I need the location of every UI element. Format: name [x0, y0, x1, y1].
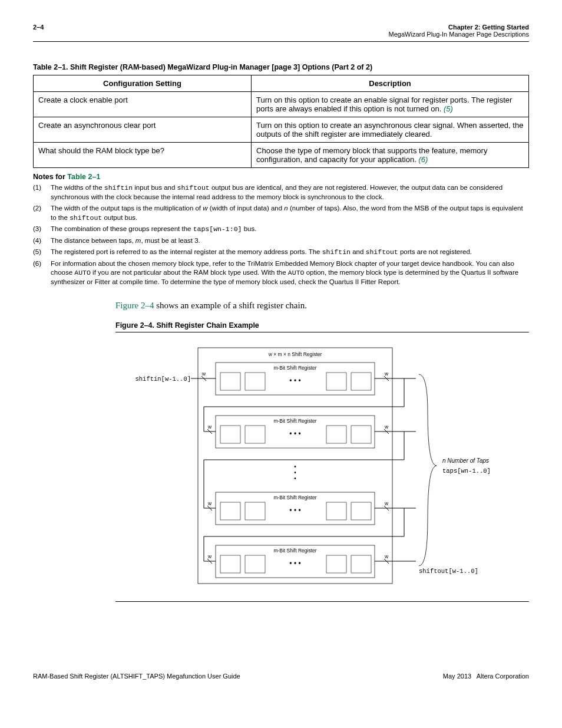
- svg-rect-61: [351, 555, 371, 573]
- page-header: 2–4 Chapter 2: Getting Started MegaWizar…: [33, 24, 529, 38]
- svg-text:w: w: [384, 424, 389, 430]
- setting-cell: Create an asynchronous clear port: [34, 117, 252, 143]
- note-item: For information about the chosen memory …: [33, 259, 529, 287]
- header-subtitle: MegaWizard Plug-In Manager Page Descript…: [389, 31, 529, 38]
- svg-rect-42: [245, 502, 265, 520]
- svg-text:m-Bit Shift Register: m-Bit Shift Register: [273, 365, 316, 371]
- table-row: Create a clock enable port Turn on this …: [34, 92, 529, 117]
- svg-rect-57: [220, 555, 240, 573]
- page-number: 2–4: [33, 24, 44, 31]
- svg-text:w: w: [384, 554, 389, 559]
- svg-text:•: •: [294, 475, 296, 482]
- fig-ntaps-label: n Number of Taps: [442, 457, 489, 464]
- svg-text:•  •  •: • • •: [289, 430, 300, 438]
- table-ref-link[interactable]: Table 2–1: [67, 173, 100, 181]
- desc-cell: Choose the type of memory block that sup…: [252, 143, 529, 168]
- svg-text:w: w: [207, 424, 212, 430]
- svg-text:w: w: [207, 500, 212, 506]
- setting-cell: What should the RAM block type be?: [34, 143, 252, 168]
- svg-rect-23: [245, 426, 265, 443]
- svg-rect-7: [245, 373, 265, 390]
- svg-rect-44: [326, 502, 346, 520]
- figure-top-rule: [115, 332, 529, 332]
- svg-text:•  •  •: • • •: [289, 506, 300, 515]
- svg-rect-22: [220, 426, 240, 443]
- svg-text:•  •  •: • • •: [289, 377, 300, 385]
- svg-rect-58: [245, 555, 265, 573]
- fig-top-label: w × m × n Shift Register: [268, 351, 322, 357]
- svg-text:w: w: [384, 500, 389, 506]
- header-rule: [33, 41, 529, 42]
- body-paragraph: Figure 2–4 shows an example of a shift r…: [115, 301, 529, 311]
- note-item: The widths of the shiftin input bus and …: [33, 183, 529, 202]
- svg-text:m-Bit Shift Register: m-Bit Shift Register: [273, 548, 316, 554]
- svg-rect-45: [351, 502, 371, 520]
- fig-shiftout-label: shiftout[w-1..0]: [419, 568, 478, 575]
- svg-text:•  •  •: • • •: [289, 559, 300, 568]
- svg-text:m-Bit Shift Register: m-Bit Shift Register: [273, 495, 316, 500]
- fig-taps-label: taps[wn-1..0]: [442, 467, 491, 475]
- svg-rect-60: [326, 555, 346, 573]
- svg-text:m-Bit Shift Register: m-Bit Shift Register: [273, 418, 316, 424]
- svg-rect-26: [351, 426, 371, 443]
- svg-rect-41: [220, 502, 240, 520]
- chapter-line: Chapter 2: Getting Started: [448, 24, 529, 31]
- figure-ref-link[interactable]: Figure 2–4: [115, 301, 154, 310]
- desc-cell: Turn on this option to create an enable …: [252, 92, 529, 117]
- notes-list: The widths of the shiftin input bus and …: [33, 183, 529, 286]
- col-header-description: Description: [252, 75, 529, 92]
- col-header-setting: Configuration Setting: [34, 75, 252, 92]
- desc-cell: Turn on this option to create an asynchr…: [252, 117, 529, 143]
- note-item: The distance between taps, m, must be at…: [33, 236, 529, 246]
- note-item: The width of the output taps is the mult…: [33, 204, 529, 222]
- setting-cell: Create a clock enable port: [34, 92, 252, 117]
- fig-shiftin-label: shiftin[w-1..0]: [135, 375, 191, 383]
- footer-left: RAM-Based Shift Register (ALTSHIFT_TAPS)…: [33, 673, 240, 680]
- svg-rect-10: [351, 373, 371, 390]
- notes-title: Notes for Table 2–1: [33, 173, 529, 181]
- table-row: Create an asynchronous clear port Turn o…: [34, 117, 529, 143]
- svg-rect-6: [220, 373, 240, 390]
- table-row: What should the RAM block type be? Choos…: [34, 143, 529, 168]
- footer-right: May 2013 Altera Corporation: [443, 673, 529, 680]
- svg-rect-9: [326, 373, 346, 390]
- table-caption: Table 2–1. Shift Register (RAM-based) Me…: [33, 63, 529, 71]
- note-item: The registered port is referred to as th…: [33, 248, 529, 257]
- svg-text:w: w: [201, 371, 206, 377]
- figure-diagram: w × m × n Shift Register shiftin[w-1..0]…: [115, 342, 529, 592]
- figure-caption: Figure 2–4. Shift Register Chain Example: [115, 321, 529, 330]
- svg-rect-25: [326, 426, 346, 443]
- svg-text:w: w: [384, 371, 389, 377]
- figure-bottom-rule: [115, 601, 529, 602]
- page-footer: RAM-Based Shift Register (ALTSHIFT_TAPS)…: [33, 673, 529, 680]
- options-table: Configuration Setting Description Create…: [33, 75, 529, 168]
- svg-text:w: w: [207, 554, 212, 559]
- note-item: The combination of these groups represen…: [33, 225, 529, 234]
